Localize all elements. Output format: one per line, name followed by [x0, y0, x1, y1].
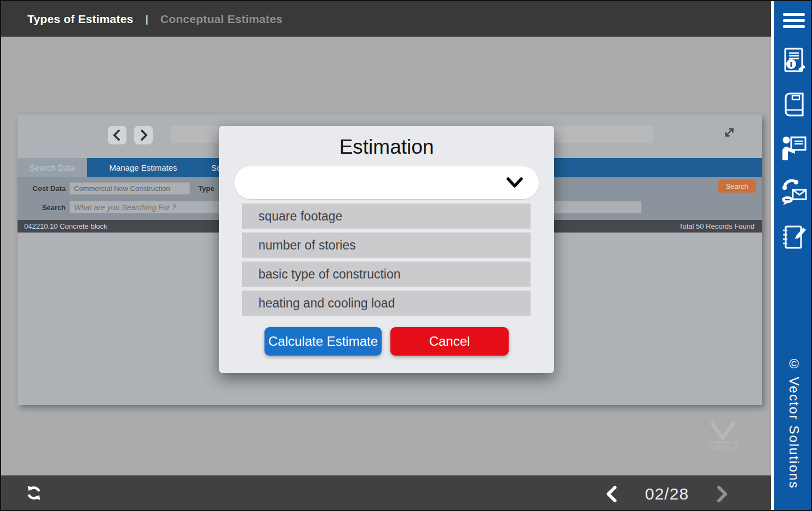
dialog-title: Estimation	[219, 136, 554, 159]
cost-data-input[interactable]	[70, 182, 190, 195]
player-sidebar: © Vector Solutions	[774, 1, 812, 511]
lesson-title: Conceptual Estimates	[160, 13, 283, 26]
option-number-of-stories[interactable]: number of stories	[242, 233, 531, 258]
chevron-down-icon	[506, 175, 523, 191]
cost-data-label: Cost Data	[23, 184, 66, 193]
option-square-footage[interactable]: square footage	[242, 204, 531, 229]
course-section-title: Types of Estimates	[27, 13, 133, 26]
player-bottom-bar: 02/28	[1, 475, 771, 511]
type-label: Type	[198, 184, 214, 193]
screen: Types of Estimates | Conceptual Estimate…	[0, 0, 812, 511]
title-separator: |	[145, 13, 148, 25]
contact-icon[interactable]	[780, 179, 808, 207]
search-label: Search	[23, 204, 66, 212]
dialog-buttons: Calculate Estimate Cancel	[219, 327, 554, 356]
estimation-dropdown[interactable]	[234, 166, 539, 199]
ebook-icon[interactable]	[782, 91, 806, 120]
records-found-label: Total 50 Records Found	[679, 222, 755, 230]
refresh-icon[interactable]	[25, 484, 43, 504]
vector-solutions-watermark	[704, 420, 742, 457]
transcript-icon[interactable]	[781, 47, 807, 76]
chevron-right-icon	[713, 485, 730, 503]
option-basic-type-of-construction[interactable]: basic type of construction	[242, 262, 531, 287]
estimation-dialog: Estimation square footagenumber of stori…	[219, 126, 554, 373]
calculate-estimate-button[interactable]: Calculate Estimate	[264, 327, 382, 356]
next-slide-button[interactable]	[713, 485, 730, 503]
table-section-title: 042210.10 Concrete block	[24, 222, 107, 230]
chevron-right-icon	[137, 129, 150, 142]
cancel-button[interactable]: Cancel	[390, 327, 509, 356]
search-button[interactable]: Search	[718, 179, 756, 193]
top-title-bar: Types of Estimates | Conceptual Estimate…	[1, 1, 771, 37]
copyright-label: © Vector Solutions	[786, 356, 802, 489]
option-heating-and-cooling-load[interactable]: heating and cooling load	[242, 291, 531, 316]
chevron-left-icon	[603, 485, 621, 503]
app-forward-button[interactable]	[134, 126, 153, 144]
chevron-left-icon	[111, 129, 124, 142]
expand-icon[interactable]	[720, 123, 739, 144]
tab-search-data[interactable]: Search Data	[18, 158, 87, 177]
notes-icon[interactable]	[781, 223, 807, 252]
hamburger-menu-icon[interactable]	[783, 10, 805, 31]
presentation-icon[interactable]	[781, 135, 807, 164]
estimation-options: square footagenumber of storiesbasic typ…	[242, 204, 531, 316]
tab-manage-estimates[interactable]: Manage Estimates	[97, 158, 189, 177]
slide-page-indicator: 02/28	[645, 485, 689, 503]
app-back-button[interactable]	[108, 126, 126, 144]
previous-slide-button[interactable]	[603, 485, 621, 503]
